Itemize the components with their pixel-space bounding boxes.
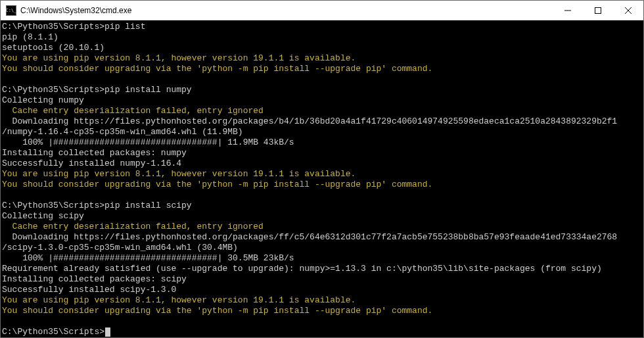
blank-line — [2, 74, 641, 85]
window-title: C:\Windows\System32\cmd.exe — [20, 6, 553, 15]
blank-line — [2, 316, 641, 327]
warning-line: Cache entry deserialization failed, entr… — [2, 106, 641, 116]
cursor — [105, 327, 110, 337]
output-line: /numpy-1.16.4-cp35-cp35m-win_amd64.whl (… — [2, 127, 641, 137]
cmd-icon: C:\_ — [6, 5, 16, 16]
command-text: pip install scipy — [104, 201, 192, 210]
warning-line: You are using pip version 8.1.1, however… — [2, 295, 641, 306]
warning-line: Cache entry deserialization failed, entr… — [2, 222, 641, 232]
output-line: /scipy-1.3.0-cp35-cp35m-win_amd64.whl (3… — [2, 243, 641, 253]
output-line: Requirement already satisfied (use --upg… — [2, 264, 641, 274]
prompt: C:\Python35\Scripts> — [2, 327, 104, 337]
cmd-window: C:\_ C:\Windows\System32\cmd.exe C:\Pyth… — [0, 0, 644, 338]
output-line: Successfully installed numpy-1.16.4 — [2, 158, 641, 169]
titlebar-controls — [553, 1, 643, 20]
command-text: pip install numpy — [104, 85, 192, 95]
titlebar[interactable]: C:\_ C:\Windows\System32\cmd.exe — [1, 1, 643, 20]
prompt: C:\Python35\Scripts> — [2, 201, 104, 210]
svg-rect-1 — [595, 7, 601, 13]
warning-line: You should consider upgrading via the 'p… — [2, 180, 641, 190]
output-line: Installing collected packages: scipy — [2, 274, 641, 285]
terminal-output[interactable]: C:\Python35\Scripts>pip listpip (8.1.1)s… — [1, 20, 643, 337]
warning-line: You are using pip version 8.1.1, however… — [2, 169, 641, 180]
warning-line: You should consider upgrading via the 'p… — [2, 306, 641, 316]
prompt: C:\Python35\Scripts> — [2, 85, 104, 95]
output-line: Successfully installed scipy-1.3.0 — [2, 285, 641, 295]
close-button[interactable] — [613, 1, 643, 20]
blank-line — [2, 190, 641, 201]
warning-line: You should consider upgrading via the 'p… — [2, 64, 641, 74]
output-line: pip (8.1.1) — [2, 32, 641, 43]
progress-line: 100% |################################| … — [2, 253, 641, 264]
warning-line: You are using pip version 8.1.1, however… — [2, 53, 641, 64]
progress-line: 100% |################################| … — [2, 137, 641, 148]
output-line: Downloading https://files.pythonhosted.o… — [2, 116, 641, 127]
output-line: Collecting scipy — [2, 211, 641, 222]
minimize-button[interactable] — [553, 1, 583, 20]
maximize-button[interactable] — [583, 1, 613, 20]
output-line: Installing collected packages: numpy — [2, 148, 641, 158]
output-line: Downloading https://files.pythonhosted.o… — [2, 232, 641, 243]
command-text: pip list — [104, 22, 145, 32]
output-line: setuptools (20.10.1) — [2, 43, 641, 53]
output-line: Collecting numpy — [2, 95, 641, 106]
prompt: C:\Python35\Scripts> — [2, 22, 104, 32]
